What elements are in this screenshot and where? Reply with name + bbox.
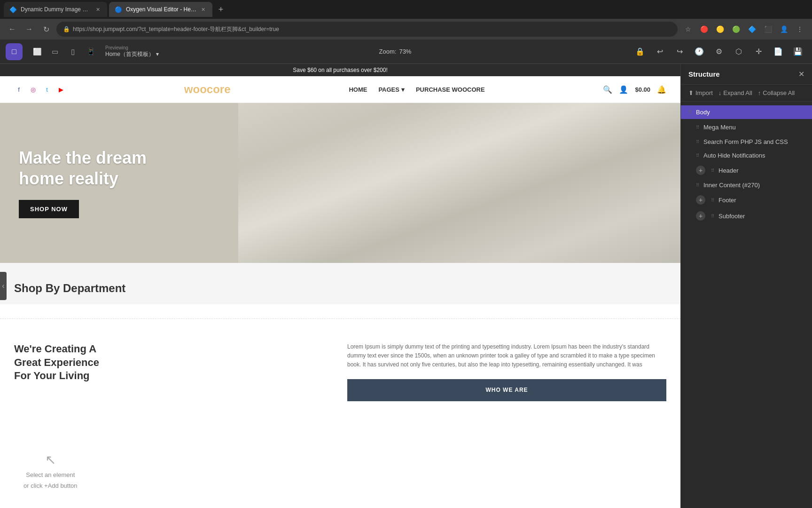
- structure-item-mega-menu[interactable]: ⠿ Mega Menu 👁 ✏ 🗑: [681, 119, 812, 135]
- auto-hide-label: Auto Hide Notifications: [703, 152, 804, 159]
- add-component-button[interactable]: ✛: [750, 43, 767, 60]
- device-icons: ⬜ ▭ ▯ 📱: [29, 44, 99, 60]
- footer-label: Footer: [718, 197, 804, 204]
- edit-icon[interactable]: ✏: [784, 122, 793, 132]
- expand-all-button[interactable]: ↓ Expand All: [718, 89, 752, 96]
- canvas-sidebar-toggle[interactable]: ‹: [0, 272, 7, 300]
- tablet-portrait-button[interactable]: ▯: [65, 44, 81, 60]
- collapse-all-button[interactable]: ↑ Collapse All: [758, 89, 795, 96]
- structure-item-search-form[interactable]: ⠿ Search Form PHP JS and CSS: [681, 135, 812, 149]
- refresh-button[interactable]: ↻: [39, 23, 53, 36]
- new-tab-button[interactable]: +: [214, 3, 227, 16]
- hero-headline-line2: home reality: [19, 169, 118, 188]
- structure-item-body[interactable]: ⠿ Body: [681, 105, 812, 119]
- site-logo: woocore: [184, 83, 231, 96]
- body-item-label: Body: [696, 109, 804, 116]
- logo-suffix: core: [207, 83, 231, 95]
- add-footer-button[interactable]: +: [696, 195, 705, 205]
- profile-icon[interactable]: 👤: [777, 23, 790, 36]
- tab-2-title: Oxygen Visual Editor - Header...: [126, 6, 196, 13]
- extension-5-icon[interactable]: ⬛: [761, 23, 774, 36]
- component-button[interactable]: ⬡: [730, 43, 747, 60]
- twitter-icon[interactable]: t: [42, 85, 52, 94]
- structure-item-header[interactable]: + ⠿ Header: [681, 162, 812, 178]
- top-bar-text: Save $60 on all purchases over $200!: [293, 67, 387, 73]
- department-heading: Shop By Department: [14, 282, 666, 295]
- laptop-view-button[interactable]: ⬜: [29, 44, 45, 60]
- add-header-button[interactable]: +: [696, 166, 705, 175]
- expand-all-label: Expand All: [723, 89, 752, 96]
- structure-item-footer[interactable]: + ⠿ Footer: [681, 192, 812, 208]
- nav-purchase[interactable]: PURCHASE WOOCORE: [416, 86, 485, 93]
- nav-right-icons: ☆ 🔴 🟡 🟢 🔷 ⬛ 👤 ⋮: [681, 23, 806, 36]
- menu-icon[interactable]: ⋮: [793, 23, 806, 36]
- delete-icon[interactable]: 🗑: [795, 122, 804, 132]
- structure-item-subfooter[interactable]: + ⠿ Subfooter: [681, 208, 812, 224]
- chevron-down-icon: ▾: [156, 51, 159, 57]
- redo-button[interactable]: ↪: [671, 43, 688, 60]
- subfooter-label: Subfooter: [718, 213, 804, 220]
- address-bar[interactable]: 🔒 https://shop.jumpwpt.com/?ct_template=…: [56, 22, 678, 37]
- settings-button[interactable]: ⚙: [710, 43, 727, 60]
- back-button[interactable]: ←: [6, 23, 19, 36]
- content-heading-line1: We're Creating A: [14, 343, 96, 355]
- save-button[interactable]: 💾: [789, 43, 806, 60]
- extension-2-icon[interactable]: 🟡: [713, 23, 726, 36]
- account-icon[interactable]: 👤: [619, 85, 628, 94]
- tab-1[interactable]: 🔷 Dynamic Dummy Image Gene... ✕: [4, 2, 107, 17]
- extension-1-icon[interactable]: 🔴: [697, 23, 710, 36]
- structure-item-inner-content[interactable]: ⠿ Inner Content (#270): [681, 178, 812, 192]
- mobile-view-button[interactable]: 📱: [83, 44, 99, 60]
- tab-2-close[interactable]: ✕: [200, 6, 207, 13]
- social-icons: f ◎ t ▶: [14, 85, 66, 94]
- site-hero: Make the dream home reality SHOP NOW: [0, 103, 680, 263]
- bookmark-icon[interactable]: ☆: [681, 23, 695, 36]
- view-button[interactable]: 📄: [770, 43, 787, 60]
- add-subfooter-button[interactable]: +: [696, 211, 705, 221]
- hero-headline-line1: Make the dream: [19, 148, 147, 167]
- structure-item-auto-hide[interactable]: ⠿ Auto Hide Notifications: [681, 149, 812, 162]
- extension-3-icon[interactable]: 🟢: [729, 23, 742, 36]
- lock-icon: 🔒: [63, 26, 70, 32]
- tablet-view-button[interactable]: ▭: [47, 44, 63, 60]
- editor-toolbar: □ ⬜ ▭ ▯ 📱 Previewing Home（首页模板） ▾ Zoom: …: [0, 40, 812, 64]
- close-panel-button[interactable]: ✕: [798, 70, 804, 79]
- nav-home[interactable]: HOME: [349, 86, 367, 93]
- lock-icon[interactable]: 🔒: [632, 43, 648, 60]
- browser-tab-bar: 🔷 Dynamic Dummy Image Gene... ✕ 🔵 Oxygen…: [0, 0, 812, 19]
- panel-title: Structure: [688, 70, 720, 78]
- import-button[interactable]: ⬆ Import: [688, 89, 713, 96]
- template-name[interactable]: Home（首页模板） ▾: [105, 50, 159, 58]
- history-button[interactable]: 🕐: [691, 43, 708, 60]
- who-we-are-button[interactable]: WHO WE ARE: [347, 379, 666, 401]
- extension-4-icon[interactable]: 🔷: [745, 23, 758, 36]
- tab-1-close[interactable]: ✕: [95, 6, 102, 13]
- tab-2[interactable]: 🔵 Oxygen Visual Editor - Header... ✕: [109, 2, 212, 17]
- youtube-icon[interactable]: ▶: [56, 85, 66, 94]
- search-icon[interactable]: 🔍: [603, 85, 612, 94]
- import-icon: ⬆: [688, 89, 694, 96]
- who-we-are-label: WHO WE ARE: [485, 387, 528, 393]
- desktop-view-button[interactable]: □: [6, 43, 23, 60]
- previewing-label: Previewing: [105, 45, 159, 50]
- instagram-icon[interactable]: ◎: [28, 85, 38, 94]
- logo-text: woo: [184, 83, 207, 95]
- toolbar-left: □ ⬜ ▭ ▯ 📱 Previewing Home（首页模板） ▾: [6, 43, 159, 60]
- shop-now-button[interactable]: SHOP NOW: [19, 200, 79, 218]
- undo-button[interactable]: ↩: [651, 43, 668, 60]
- bell-icon[interactable]: 🔔: [657, 85, 666, 94]
- site-top-bar: Save $60 on all purchases over $200!: [0, 64, 680, 76]
- import-label: Import: [695, 89, 713, 96]
- select-hint-line2: or click +Add button: [23, 482, 78, 489]
- eye-icon[interactable]: 👁: [773, 122, 782, 132]
- nav-pages[interactable]: PAGES ▾: [378, 86, 405, 93]
- cart-price[interactable]: $0.00: [635, 86, 650, 93]
- site-content-right: Lorem Ipsum is simply dummy text of the …: [347, 342, 666, 401]
- lorem-text: Lorem Ipsum is simply dummy text of the …: [347, 342, 666, 370]
- select-hint-line1: Select an element: [26, 471, 75, 478]
- panel-actions: ⬆ Import ↓ Expand All ↑ Collapse All: [681, 85, 812, 102]
- hero-headline: Make the dream home reality: [19, 148, 147, 188]
- expand-icon: ↓: [718, 89, 722, 96]
- facebook-icon[interactable]: f: [14, 85, 23, 94]
- forward-button[interactable]: →: [23, 23, 36, 36]
